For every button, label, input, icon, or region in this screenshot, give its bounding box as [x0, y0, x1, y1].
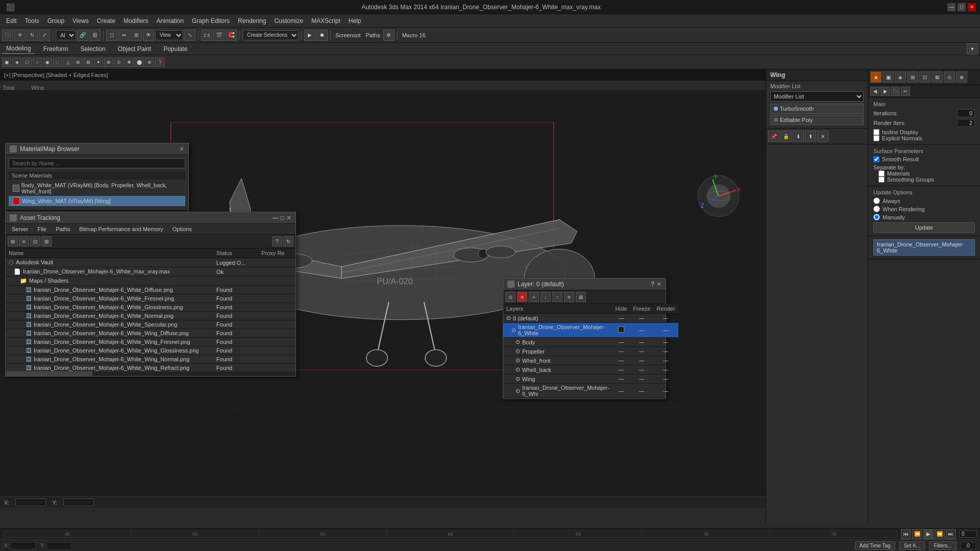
at-scroll-thumb[interactable] — [6, 371, 92, 376]
menu-group[interactable]: Group — [43, 16, 68, 26]
layer-row-wing[interactable]: ⊙Wing ——— — [503, 374, 678, 384]
mp-icon-3[interactable]: ⊞ — [907, 71, 918, 83]
modifier-turbosmooth[interactable]: TurboSmooth — [770, 104, 864, 114]
selection-region[interactable]: Create Selections — [242, 30, 299, 40]
mod-tb5[interactable]: ◉ — [43, 58, 52, 67]
mirror-btn[interactable]: ⇔ — [118, 30, 130, 41]
layer-row-whell-front[interactable]: ⊙Whell_front ——— — [503, 356, 678, 365]
subtb-extra-btn[interactable]: ▼ — [967, 43, 978, 55]
mp-icon-color[interactable]: ■ — [870, 71, 881, 83]
at-refresh[interactable]: ↻ — [283, 236, 293, 246]
prev-frame-btn[interactable]: ⏪ — [912, 529, 922, 539]
status-x-input[interactable] — [10, 542, 36, 549]
table-row[interactable]: 🖼Iranian_Drone_Observer_Mohajer-6_White_… — [6, 294, 296, 303]
table-row[interactable]: 🖼Iranian_Drone_Observer_Mohajer-6_White_… — [6, 355, 296, 364]
mod-tb12[interactable]: ⊙ — [114, 58, 124, 67]
close-button[interactable]: ✕ — [968, 3, 976, 11]
table-row[interactable]: 🖼Iranian_Drone_Observer_Mohajer-6_White_… — [6, 364, 296, 371]
minimize-button[interactable]: — — [947, 3, 955, 11]
go-end-btn[interactable]: ⏭ — [946, 529, 956, 539]
mpt3[interactable]: ⬛ — [891, 87, 900, 96]
render-iters-input[interactable] — [957, 119, 975, 127]
next-frame-btn[interactable]: ⏩ — [935, 529, 945, 539]
select-btn[interactable]: ◻ — [106, 30, 117, 41]
at-tb4[interactable]: ⊞ — [41, 236, 52, 246]
rotate-btn[interactable]: ↻ — [27, 30, 38, 41]
table-row[interactable]: 🖼Iranian_Drone_Observer_Mohajer-6_White_… — [6, 346, 296, 355]
animate-btn[interactable]: ▶ — [304, 30, 315, 41]
table-row[interactable]: 🖼Iranian_Drone_Observer_Mohajer-6_White_… — [6, 320, 296, 329]
mp-icon-1[interactable]: ▣ — [883, 71, 894, 83]
ld-tb6[interactable]: ⊞ — [576, 292, 586, 302]
mp-icon-5[interactable]: ⊠ — [932, 71, 943, 83]
modifier-editable-poly[interactable]: Editable Poly — [770, 115, 864, 125]
update-manually-radio[interactable] — [873, 214, 880, 220]
update-when-rendering-radio[interactable] — [873, 206, 880, 212]
mod-tb4[interactable]: ○ — [33, 58, 42, 67]
mod-tb15[interactable]: ⊛ — [145, 58, 154, 67]
move-btn[interactable]: ✛ — [14, 30, 26, 41]
status-y-input[interactable] — [46, 542, 72, 549]
isoline-checkbox[interactable] — [873, 129, 879, 135]
ld-tb3[interactable]: ↓ — [541, 292, 551, 302]
at-scrollbar[interactable] — [6, 371, 296, 376]
mpt4[interactable]: ↩ — [901, 87, 910, 96]
menu-views[interactable]: Views — [68, 16, 93, 26]
subtb-modeling[interactable]: Modeling — [2, 44, 35, 54]
table-row[interactable]: 🖼Iranian_Drone_Observer_Mohajer-6_White_… — [6, 312, 296, 320]
record-btn[interactable]: ⏺ — [316, 30, 328, 41]
ld-tb-close[interactable]: ✕ — [517, 292, 527, 302]
menu-animation[interactable]: Animation — [153, 16, 188, 26]
mp-icon-6[interactable]: ⊙ — [944, 71, 955, 83]
table-row[interactable]: 🖼Iranian_Drone_Observer_Mohajer-6_White_… — [6, 338, 296, 346]
layer-help[interactable]: ? — [651, 281, 654, 288]
ld-tb2[interactable]: + — [529, 292, 539, 302]
layer-close[interactable]: ✕ — [656, 281, 662, 288]
link-btn[interactable]: 🔗 — [77, 30, 88, 41]
ld-tb5[interactable]: ≡ — [564, 292, 574, 302]
menu-create[interactable]: Create — [93, 16, 119, 26]
mod-tb6[interactable]: ◌ — [53, 58, 62, 67]
at-minimize[interactable]: — — [273, 214, 279, 221]
mat-browser-close[interactable]: ✕ — [179, 145, 184, 153]
mod-icon-4[interactable]: ✕ — [817, 131, 828, 142]
update-always-radio[interactable] — [873, 197, 880, 204]
view-type-select[interactable]: View — [155, 30, 183, 40]
mod-tb7[interactable]: △ — [63, 58, 72, 67]
menu-edit[interactable]: Edit — [2, 16, 21, 26]
table-row[interactable]: 🖼Iranian_Drone_Observer_Mohajer-6_White_… — [6, 303, 296, 312]
mod-tb3[interactable]: ⬡ — [22, 58, 32, 67]
at-close[interactable]: ✕ — [286, 214, 291, 221]
mod-tb2[interactable]: ◈ — [12, 58, 21, 67]
mod-tb9[interactable]: ⊞ — [84, 58, 93, 67]
menu-rendering[interactable]: Rendering — [234, 16, 270, 26]
layer-row-selected[interactable]: ⊙Iranian_Drone_Observer_Mohajer-6_White … — [503, 323, 678, 338]
table-row[interactable]: 📄Iranian_Drone_Observer_Mohajer-6_White_… — [6, 267, 296, 277]
mod-icon-1[interactable]: 🔒 — [780, 131, 792, 142]
menu-maxscript[interactable]: MAXScript — [307, 16, 345, 26]
mat-item-wing[interactable]: Wing_White_MAT (VRayMtl) [Wing] — [9, 196, 185, 206]
percent-btn[interactable]: 2.5 — [201, 30, 212, 41]
mod-icon-2[interactable]: ⬇ — [793, 131, 804, 142]
materials-checkbox[interactable] — [878, 170, 885, 177]
table-row[interactable]: ⬡Autodesk Vault Logged O... — [6, 258, 296, 267]
at-tb1[interactable]: ⊞ — [8, 236, 18, 246]
timeline-track[interactable]: 45 50 55 60 65 70 75 — [3, 531, 898, 538]
mpt2[interactable]: ▶ — [880, 87, 890, 96]
set-k-btn[interactable]: Set K... — [899, 541, 925, 550]
mp-icon-4[interactable]: ⊡ — [919, 71, 930, 83]
mp-icon-7[interactable]: ⊗ — [956, 71, 967, 83]
table-row[interactable]: 🖼Iranian_Drone_Observer_Mohajer-6_White_… — [6, 286, 296, 294]
iterations-input[interactable] — [957, 109, 975, 117]
subtb-object-paint[interactable]: Object Paint — [114, 44, 155, 54]
ld-tb1[interactable]: ⊙ — [505, 292, 516, 302]
menu-help[interactable]: Help — [345, 16, 365, 26]
smooth-result-checkbox[interactable] — [873, 156, 879, 162]
filters-btn[interactable]: Filters... — [929, 541, 957, 550]
view-btn[interactable]: 👁 — [143, 30, 154, 41]
ld-tb4[interactable]: ↑ — [552, 292, 562, 302]
menu-modifiers[interactable]: Modifiers — [119, 16, 153, 26]
mod-tb16[interactable]: ❓ — [155, 58, 164, 67]
mod-tb1[interactable]: ▣ — [2, 58, 11, 67]
subtb-freeform[interactable]: Freeform — [39, 44, 72, 54]
